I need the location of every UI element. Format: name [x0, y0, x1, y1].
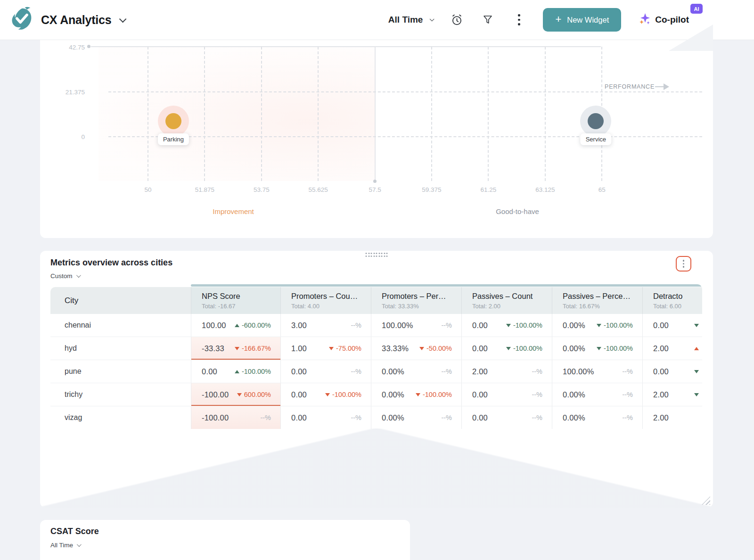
column-header-pass_pct[interactable]: Passives – Perce…Total: 16.67%: [552, 287, 642, 314]
trend-up-icon: [235, 370, 239, 373]
table-widget-title: Metrics overview across cities: [50, 258, 172, 268]
pass_pct-cell: 0.00%--%: [552, 406, 642, 429]
metric-value: 2.00: [653, 413, 669, 422]
metric-value: 0.00%: [563, 344, 585, 353]
x-gridline: [545, 47, 546, 181]
change-percent: -166.67%: [242, 345, 271, 352]
column-label: Promoters – Cou…: [291, 292, 371, 301]
y-tick-label: 21.375: [47, 89, 85, 96]
change-percent: -100.00%: [513, 345, 542, 352]
metric-change: [694, 324, 699, 327]
widget-drag-handle[interactable]: [366, 253, 388, 257]
filter-funnel-icon[interactable]: [481, 13, 495, 27]
change-percent: -100.00%: [513, 321, 542, 329]
prom_count-cell: 3.00--%: [280, 314, 371, 337]
metric-change: --%: [351, 414, 361, 421]
trend-up-icon: [694, 347, 699, 350]
chevron-down-icon[interactable]: [119, 15, 126, 23]
metric-value: -33.33: [202, 344, 224, 353]
nps-cell: -100.00--%: [191, 406, 280, 429]
change-percent: -100.00%: [604, 321, 633, 329]
column-header-prom_pct[interactable]: Promoters – Per…Total: 33.33%: [371, 287, 461, 314]
pass_pct-cell: 0.00%-100.00%: [552, 314, 642, 337]
metric-change: --%: [351, 368, 361, 375]
column-header-city[interactable]: City: [50, 287, 191, 314]
change-percent: --%: [532, 391, 542, 398]
column-header-prom_count[interactable]: Promoters – Cou…Total: 4.00: [280, 287, 371, 314]
metric-change: --%: [441, 414, 452, 421]
metric-change: -100.00%: [597, 345, 633, 352]
detr-cell: 0.00: [642, 360, 702, 383]
copilot-label: Co-pilot: [655, 15, 689, 25]
table-filter-dropdown[interactable]: Custom: [50, 272, 80, 280]
parking-data-point[interactable]: [165, 113, 181, 129]
copilot-button[interactable]: Co-pilot: [638, 12, 689, 27]
y-tick-label: 42.75: [47, 44, 85, 51]
change-percent: --%: [351, 368, 361, 375]
app-brand[interactable]: CX Analytics: [10, 6, 124, 33]
change-percent: --%: [441, 321, 452, 329]
detr-cell: 2.00: [642, 406, 702, 429]
csat-filter-dropdown[interactable]: All Time: [50, 542, 80, 549]
alarm-clock-icon[interactable]: [450, 13, 464, 27]
axis-endpoint-dot: [373, 180, 377, 183]
quadrant-label-improvement: Improvement: [213, 207, 254, 215]
x-gridline: [488, 47, 489, 181]
metric-change: --%: [532, 368, 542, 375]
pass_pct-cell: 0.00%-100.00%: [552, 337, 642, 360]
column-header-nps[interactable]: NPS ScoreTotal: -16.67: [191, 287, 280, 314]
x-gridline: [261, 47, 262, 181]
metric-change: 600.00%: [237, 391, 271, 398]
widget-menu-button[interactable]: [676, 256, 691, 272]
metric-change: -100.00%: [506, 321, 542, 329]
priority-matrix-widget: PERFORMANCE 5051.87553.7555.62557.559.37…: [40, 40, 713, 238]
service-data-point[interactable]: [588, 113, 604, 129]
metric-change: --%: [260, 414, 271, 421]
column-header-detr[interactable]: DetractoTotal: 6.00: [642, 287, 702, 314]
prom_pct-cell: 0.00%--%: [371, 406, 461, 429]
metric-value: 33.33%: [382, 344, 409, 353]
metric-change: -600.00%: [235, 321, 271, 329]
pass_count-cell: 0.00-100.00%: [461, 314, 552, 337]
metric-change: -50.00%: [419, 345, 452, 352]
change-percent: -100.00%: [332, 391, 361, 398]
x-tick-label: 65: [598, 186, 606, 193]
metric-value: 0.00: [472, 390, 488, 399]
prom_pct-cell: 100.00%--%: [371, 314, 461, 337]
kebab-menu-icon[interactable]: [512, 13, 526, 27]
column-label: NPS Score: [202, 292, 280, 301]
trend-up-icon: [235, 324, 239, 327]
x-tick-label: 55.625: [309, 186, 328, 193]
pass_count-cell: 0.00--%: [461, 383, 552, 406]
metric-change: --%: [622, 391, 633, 398]
chevron-down-icon: [76, 273, 81, 278]
trend-down-icon: [237, 393, 242, 396]
metric-value: -100.00: [202, 390, 229, 399]
metric-change: [694, 370, 699, 373]
quadrant-divider-line: [375, 47, 376, 181]
widget-resize-handle[interactable]: [702, 496, 710, 505]
metric-value: 100.00: [202, 321, 226, 330]
detr-cell: 0.00: [642, 314, 702, 337]
global-time-filter[interactable]: All Time: [388, 15, 433, 25]
y-tick-label: 0: [47, 133, 85, 140]
metric-change: --%: [622, 368, 633, 375]
metric-change: -166.67%: [235, 345, 271, 352]
nps-cell: 100.00-600.00%: [191, 314, 280, 337]
metric-value: 0.00%: [382, 413, 404, 422]
metric-value: 0.00: [653, 321, 669, 330]
change-percent: 600.00%: [244, 391, 271, 398]
change-percent: --%: [622, 391, 633, 398]
column-label: Detracto: [653, 292, 702, 301]
city-cell: trichy: [50, 383, 191, 406]
detr-cell: 2.00: [642, 337, 702, 360]
column-header-pass_count[interactable]: Passives – CountTotal: 2.00: [461, 287, 552, 314]
trend-down-icon: [597, 324, 601, 327]
time-filter-label: All Time: [388, 15, 423, 25]
metric-value: 2.00: [653, 390, 669, 399]
change-percent: -100.00%: [604, 345, 633, 352]
horizontal-scrollbar[interactable]: [191, 284, 702, 287]
table-row: trichy-100.00600.00%0.00-100.00%0.00%-10…: [50, 383, 702, 406]
new-widget-button[interactable]: + New Widget: [543, 8, 621, 32]
pass_count-cell: 2.00--%: [461, 360, 552, 383]
